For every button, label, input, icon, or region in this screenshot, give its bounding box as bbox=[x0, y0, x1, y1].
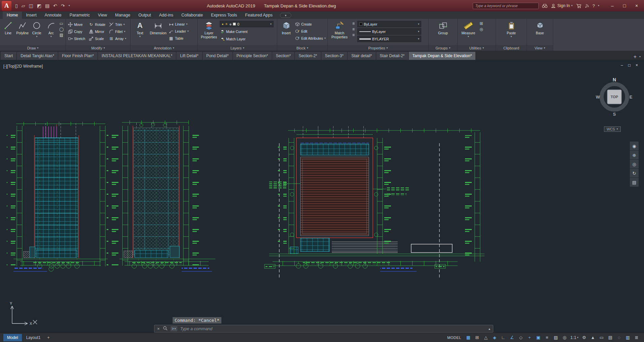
file-tab-stair-detail[interactable]: Stair detail* bbox=[348, 52, 376, 60]
quick-properties-icon[interactable]: ▤ bbox=[606, 334, 614, 341]
selection-cycling-icon[interactable]: ◎ bbox=[561, 334, 569, 341]
transparency-icon[interactable]: ▨ bbox=[552, 334, 560, 341]
close-button[interactable]: × bbox=[631, 1, 643, 10]
ribbon-tab-express-tools[interactable]: Express Tools bbox=[207, 11, 241, 19]
plot-icon[interactable]: ▤ bbox=[45, 3, 49, 8]
binoculars-search-icon[interactable] bbox=[542, 3, 548, 8]
create-block-button[interactable]: Create bbox=[295, 21, 326, 27]
group-button[interactable]: Group bbox=[435, 20, 451, 45]
id-point-icon[interactable]: ◎ bbox=[479, 27, 484, 32]
compass-south[interactable]: S bbox=[613, 112, 616, 117]
grid-icon[interactable]: ▦ bbox=[464, 334, 472, 341]
file-tab-tampak-depan-side-elevation[interactable]: Tampak Depan & Side Elevation* bbox=[409, 52, 476, 60]
measure-button[interactable]: Measure ▾ bbox=[459, 20, 477, 45]
polyline-button[interactable]: Polyline bbox=[16, 20, 29, 45]
panel-utilities-footer[interactable]: Utilities ▾ bbox=[458, 45, 496, 51]
save-as-icon[interactable]: ◩ bbox=[37, 3, 41, 8]
redo-icon[interactable]: ↷ bbox=[61, 3, 65, 8]
command-expand-icon[interactable]: ▴ bbox=[489, 327, 490, 331]
color-dropdown[interactable]: ByLayer ▾ bbox=[357, 21, 421, 27]
maximize-button[interactable]: □ bbox=[618, 1, 631, 10]
help-icon[interactable]: ? bbox=[593, 3, 595, 8]
ribbon-tab-view[interactable]: View bbox=[94, 11, 111, 19]
panel-block-footer[interactable]: Block ▾ bbox=[277, 45, 327, 51]
undo-icon[interactable]: ↶ bbox=[53, 3, 57, 8]
properties-list-icon-2[interactable]: ≡ bbox=[351, 27, 356, 32]
panel-modify-footer[interactable]: Modify ▾ bbox=[66, 45, 130, 51]
leader-button[interactable]: Leader ▾ bbox=[169, 28, 189, 34]
drawing-minimize-icon[interactable]: – bbox=[621, 63, 623, 68]
new-layout-button[interactable]: + bbox=[45, 335, 52, 340]
properties-list-icon-3[interactable]: ≡ bbox=[351, 32, 356, 37]
new-drawing-tab-button[interactable]: + bbox=[634, 54, 637, 60]
help-search-input[interactable] bbox=[473, 3, 539, 9]
new-icon[interactable]: ▯ bbox=[15, 3, 18, 8]
line-button[interactable]: Line bbox=[2, 20, 15, 45]
dynamic-input-icon[interactable]: ◈ bbox=[491, 334, 499, 341]
ellipse-icon[interactable]: ◯ bbox=[59, 27, 64, 32]
minimize-button[interactable]: – bbox=[606, 1, 618, 10]
tab-overflow-caret[interactable]: ▾ bbox=[639, 55, 641, 58]
ribbon-tab-collaborate[interactable]: Collaborate bbox=[177, 11, 207, 19]
open-icon[interactable]: ▱ bbox=[22, 3, 25, 8]
ribbon-tab-output[interactable]: Output bbox=[134, 11, 155, 19]
scale-button[interactable]: Scale bbox=[88, 35, 105, 42]
array-button[interactable]: ⊞ Array ▾ bbox=[109, 35, 126, 42]
command-prompt-icon[interactable]: >▾ bbox=[171, 326, 177, 331]
units-icon[interactable]: ▭ bbox=[598, 334, 606, 341]
rectangle-icon[interactable]: ▭ bbox=[59, 21, 64, 26]
showmotion-icon[interactable]: ▤ bbox=[630, 178, 639, 187]
text-button[interactable]: A Text ▾ bbox=[132, 20, 148, 45]
layout1-tab[interactable]: Layout1 bbox=[23, 334, 44, 341]
object-snap-tracking-icon[interactable]: + bbox=[526, 334, 534, 341]
stretch-button[interactable]: Stretch bbox=[68, 35, 85, 42]
pan-icon[interactable]: ⊕ bbox=[630, 151, 639, 159]
viewport-controls-label[interactable]: [-][Top][2D Wireframe] bbox=[3, 64, 43, 69]
file-tab-stair-detail-2[interactable]: Stair Detail-2* bbox=[376, 52, 409, 60]
isometric-drafting-icon[interactable]: ◇ bbox=[517, 334, 525, 341]
compass-east[interactable]: E bbox=[630, 94, 633, 100]
lineweight-dropdown[interactable]: BYLAYER ▾ bbox=[357, 36, 421, 42]
model-space-badge[interactable]: MODEL bbox=[445, 336, 464, 340]
viewcube[interactable]: N W E S TOP bbox=[593, 71, 636, 122]
sign-in-control[interactable]: Sign In ▾ bbox=[551, 3, 572, 8]
mirror-button[interactable]: Mirror bbox=[88, 28, 105, 35]
properties-list-icon-1[interactable]: ≡ bbox=[351, 21, 356, 26]
app-store-cart-icon[interactable] bbox=[576, 3, 581, 8]
isolate-objects-icon[interactable]: ◌ bbox=[615, 334, 623, 341]
move-button[interactable]: Move bbox=[68, 21, 85, 28]
command-input[interactable]: Type a command bbox=[180, 327, 213, 331]
ribbon-tab-manage[interactable]: Manage bbox=[111, 11, 134, 19]
object-snap-icon[interactable]: ▣ bbox=[534, 334, 542, 341]
file-tab-section-3[interactable]: Section-3* bbox=[321, 52, 348, 60]
annotation-monitor-icon[interactable]: ▲ bbox=[589, 334, 597, 341]
paste-button[interactable]: Paste ▾ bbox=[504, 20, 519, 45]
dimension-button[interactable]: Dimension bbox=[149, 20, 167, 45]
command-line[interactable]: × >▾ Type a command ▴ bbox=[154, 325, 493, 333]
panel-layers-footer[interactable]: Layers ▾ bbox=[198, 45, 277, 51]
polar-tracking-icon[interactable]: ∠ bbox=[508, 334, 516, 341]
ribbon-tab-addins[interactable]: Add-ins bbox=[155, 11, 177, 19]
make-current-button[interactable]: Make Current bbox=[220, 28, 274, 35]
drawing-close-icon[interactable]: × bbox=[636, 63, 638, 68]
edit-block-button[interactable]: Edit bbox=[295, 28, 326, 34]
file-tab-section-2[interactable]: Section-2* bbox=[295, 52, 321, 60]
annotation-scale-control[interactable]: 1:1 ▾ bbox=[569, 334, 579, 341]
orbit-icon[interactable]: ↻ bbox=[630, 169, 639, 178]
zoom-icon[interactable]: ◎ bbox=[630, 160, 639, 168]
graphics-performance-icon[interactable]: ▥ bbox=[624, 334, 632, 341]
app-logo[interactable]: A bbox=[2, 1, 11, 11]
quick-calc-icon[interactable]: ⊞ bbox=[479, 21, 484, 26]
customization-icon[interactable]: ≣ bbox=[633, 334, 641, 341]
table-button[interactable]: ▦ Table bbox=[169, 35, 189, 41]
panel-clipboard-footer[interactable]: Clipboard bbox=[496, 45, 527, 51]
file-tab-start[interactable]: Start bbox=[1, 52, 17, 60]
layer-properties-button[interactable]: Layer Properties bbox=[200, 20, 218, 45]
file-tab-pond-detail[interactable]: Pond Detail* bbox=[203, 52, 233, 60]
snap-icon[interactable]: ⊞ bbox=[473, 334, 481, 341]
lineweight-icon[interactable]: ≡ bbox=[543, 334, 551, 341]
panel-view-footer[interactable]: View ▾ bbox=[527, 45, 553, 51]
panel-groups-footer[interactable]: Groups ▾ bbox=[429, 45, 457, 51]
compass-north[interactable]: N bbox=[613, 77, 616, 82]
model-tab[interactable]: Model bbox=[3, 334, 22, 341]
